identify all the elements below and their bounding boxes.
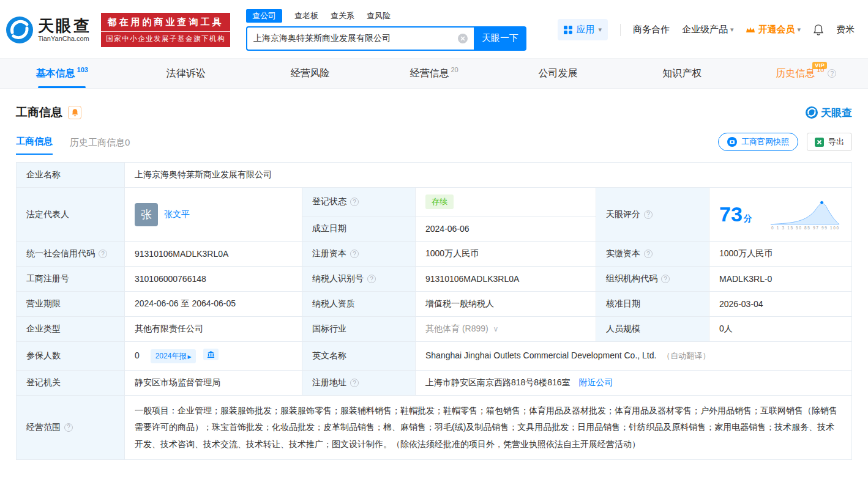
annual-report-icon[interactable] [203, 349, 219, 360]
tab-basic-info[interactable]: 基本信息103 [0, 59, 124, 88]
table-row: 经营范围? 一般项目：企业管理；服装服饰批发；服装服饰零售；服装辅料销售；鞋帽批… [17, 396, 852, 460]
table-row: 企业名称 上海京海奥特莱斯商业发展有限公司 [17, 163, 852, 188]
score-axis-labels: 0 1 3 15 50 85 97 99 100 [771, 225, 839, 229]
search-tab-relation[interactable]: 查关系 [331, 9, 354, 23]
insured-count-value: 0 2024年报 ▸ [125, 342, 302, 371]
help-icon[interactable]: ? [367, 275, 376, 283]
help-icon[interactable]: ? [350, 198, 359, 206]
table-row: 登记机关 静安区市场监督管理局 注册地址? 上海市静安区南京西路818号8楼81… [17, 371, 852, 396]
help-icon[interactable]: ? [644, 210, 653, 219]
top-nav: 应用 ▾ 商务合作 企业级产品 ▾ 开通会员 ▾ 费米 [558, 19, 857, 40]
search-input[interactable] [253, 34, 454, 43]
table-row: 参保人数 0 2024年报 ▸ 英文名称 [17, 342, 852, 371]
nav-enterprise-label: 企业级产品 [682, 24, 728, 35]
legal-rep-link[interactable]: 张文平 [164, 209, 190, 220]
nav-apps-label: 应用 [576, 24, 594, 35]
help-icon[interactable]: ? [64, 423, 73, 432]
nav-user[interactable]: 费米 [836, 24, 855, 35]
promo-slogan-2: 国家中小企业发展子基金旗下机构 [101, 31, 230, 47]
excel-icon [815, 138, 824, 147]
search-input-box [246, 26, 474, 51]
paid-capital-label: 实缴资本? [596, 242, 709, 267]
staff-size-label: 人员规模 [596, 317, 709, 342]
nav-enterprise[interactable]: 企业级产品 ▾ [682, 24, 734, 35]
tab-history-info[interactable]: 历史信息 VIP 10 ? [744, 59, 868, 88]
org-code-label: 组织机构代码? [596, 267, 709, 292]
site-logo[interactable]: 天眼查 TianYanCha.com [6, 17, 91, 43]
staff-size-value: 0人 [709, 317, 852, 342]
export-button[interactable]: 导出 [807, 133, 852, 151]
reg-address-label: 注册地址? [302, 371, 416, 396]
tab-legal[interactable]: 法律诉讼 [124, 59, 249, 88]
business-term-label: 营业期限 [17, 292, 125, 317]
tab-count: 10 [817, 66, 824, 73]
apps-grid-icon [564, 26, 572, 34]
help-icon[interactable]: ? [828, 69, 836, 78]
tyc-score-label: 天眼评分? [596, 188, 709, 242]
search-tab-risk[interactable]: 查风险 [367, 9, 391, 23]
nav-divider [620, 24, 621, 36]
help-icon[interactable]: ? [350, 250, 359, 258]
table-row: 法定代表人 张 张文平 登记状态? 存续 天眼评分? 73分 [17, 188, 852, 217]
search-tab-company[interactable]: 查公司 [246, 9, 282, 23]
promo-slogan-1: 都在用的商业查询工具 [101, 13, 230, 31]
chevron-down-icon[interactable]: ∨ [493, 325, 499, 333]
subtab-business-info[interactable]: 工商信息 [16, 136, 53, 155]
status-badge: 存续 [425, 194, 454, 209]
tianyancha-watermark: 天眼查 [806, 106, 852, 120]
tab-intellectual-property[interactable]: 知识产权 [620, 59, 744, 88]
reg-capital-label: 注册资本? [302, 242, 416, 267]
table-row: 统一社会信用代码? 91310106MADLK3RL0A 注册资本? 1000万… [17, 242, 852, 267]
help-icon[interactable]: ? [99, 250, 107, 258]
establish-date-value: 2024-06-06 [416, 217, 596, 242]
search-tab-boss[interactable]: 查老板 [294, 9, 318, 23]
reg-number-value: 310106000766148 [125, 267, 302, 292]
nav-member[interactable]: 开通会员 ▾ [746, 24, 801, 35]
reg-status-label: 登记状态? [302, 188, 416, 217]
table-row: 企业类型 其他有限责任公司 国标行业 其他体育 (R899) ∨ 人员规模 0人 [17, 317, 852, 342]
credit-code-value: 91310106MADLK3RL0A [125, 242, 302, 267]
arrow-right-icon: ▸ [187, 352, 191, 361]
business-info-table: 企业名称 上海京海奥特莱斯商业发展有限公司 法定代表人 张 张文平 登记状态? … [16, 162, 852, 460]
notification-bell[interactable] [813, 24, 824, 36]
annual-report-badge[interactable]: 2024年报 ▸ [151, 349, 196, 363]
watermark-label: 天眼查 [821, 106, 852, 120]
main-content: 工商信息 天眼查 工商信息 历史工商信息0 [0, 105, 868, 460]
legal-rep-label: 法定代表人 [17, 188, 125, 242]
subtab-history-business-info[interactable]: 历史工商信息0 [70, 137, 130, 155]
english-name-value: Shanghai Jinghai Outlets Commercial Deve… [416, 342, 852, 371]
industry-value: 其他体育 (R899) ∨ [416, 317, 596, 342]
approval-date-value: 2026-03-04 [709, 292, 852, 317]
reg-authority-value: 静安区市场监督管理局 [125, 371, 302, 396]
auto-translate-note: （自动翻译） [662, 351, 710, 360]
help-icon[interactable]: ? [661, 275, 670, 283]
legal-rep-value: 张 张文平 [125, 188, 302, 242]
legal-rep-avatar[interactable]: 张 [135, 203, 158, 226]
brand-name: 天眼查 [38, 17, 91, 35]
tianyancha-logo-icon [6, 17, 33, 43]
help-icon[interactable]: ? [644, 250, 653, 258]
search-button[interactable]: 天眼一下 [474, 26, 526, 51]
tab-company-development[interactable]: 公司发展 [496, 59, 620, 88]
official-snapshot-button[interactable]: 工商官网快照 [718, 133, 798, 151]
clear-icon[interactable] [458, 34, 468, 43]
credit-code-label: 统一社会信用代码? [17, 242, 125, 267]
taxpayer-id-label: 纳税人识别号? [302, 267, 416, 292]
paid-capital-value: 1000万人民币 [709, 242, 852, 267]
snapshot-icon [727, 137, 737, 147]
section-title: 工商信息 [16, 105, 62, 120]
tab-operating-info[interactable]: 经营信息20 [372, 59, 496, 88]
nav-cooperation[interactable]: 商务合作 [633, 24, 670, 35]
bell-icon [813, 24, 824, 36]
reg-address-value: 上海市静安区南京西路818号8楼816室 附近公司 [416, 371, 852, 396]
english-name-label: 英文名称 [302, 342, 416, 371]
nav-cooperation-label: 商务合作 [633, 24, 670, 35]
company-name-label: 企业名称 [17, 163, 125, 188]
tab-operating-risk[interactable]: 经营风险 [248, 59, 372, 88]
help-icon[interactable]: ? [350, 379, 359, 387]
taxpayer-quality-label: 纳税人资质 [302, 292, 416, 317]
subscribe-bell-icon[interactable] [68, 106, 81, 119]
nav-apps[interactable]: 应用 ▾ [558, 19, 608, 40]
nearby-companies-link[interactable]: 附近公司 [578, 377, 613, 387]
business-term-value: 2024-06-06 至 2064-06-05 [125, 292, 302, 317]
